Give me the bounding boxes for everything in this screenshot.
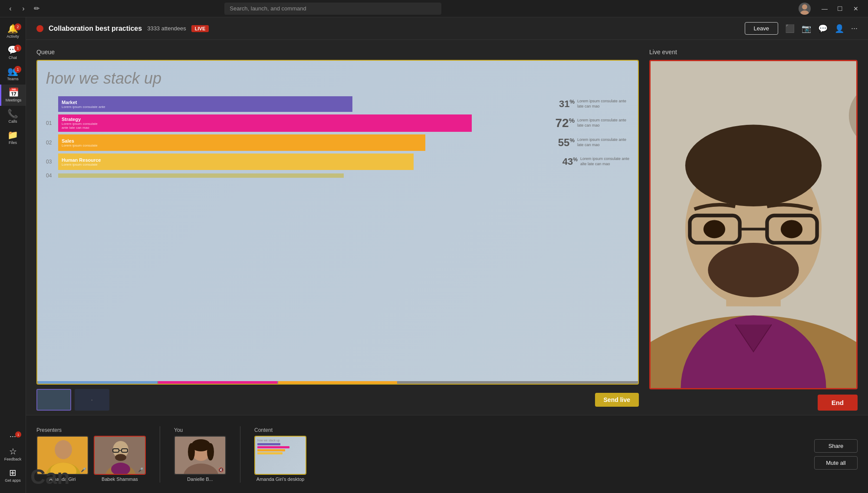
teams-badge: 1 xyxy=(14,66,21,73)
sidebar-item-get-apps[interactable]: ⊞ Get apps xyxy=(0,465,26,486)
bar-section: Human Resource Lorem ipsum consulate xyxy=(58,153,552,170)
progress-segment xyxy=(518,381,637,384)
progress-segment xyxy=(398,381,517,384)
bar-section xyxy=(58,173,629,178)
mini-bar xyxy=(257,452,283,454)
bar-partial xyxy=(58,173,344,178)
slide-content: how we stack up Market Lorem ipsum cons xyxy=(37,61,638,384)
bar-fill: Human Resource Lorem ipsum consulate xyxy=(58,153,414,170)
bar-label-text: Sales Lorem ipsum consulate xyxy=(62,138,98,147)
minimize-button[interactable]: — xyxy=(818,3,832,15)
slide-title: how we stack up xyxy=(46,69,629,88)
chart-row: 02 Sales Lorem ipsum consulate xyxy=(46,134,629,151)
main-content: Collaboration best practices 3333 attend… xyxy=(26,17,868,493)
pct-desc: Lorem ipsum consulate antealte late can … xyxy=(580,157,629,167)
more-badge: 1 xyxy=(15,431,21,437)
nav-forward-button[interactable]: › xyxy=(18,3,29,14)
get-apps-icon: ⊞ xyxy=(9,468,16,477)
chart-row: 03 Human Resource Lorem ipsum consulate xyxy=(46,153,629,170)
you-label: You xyxy=(174,427,226,433)
sidebar-item-teams[interactable]: 👥 Teams 1 xyxy=(0,63,26,85)
chart-row: 01 Strategy Lorem ipsum consulateante la… xyxy=(46,114,629,132)
share-button[interactable]: Share xyxy=(814,439,858,453)
mini-bar xyxy=(257,449,285,451)
svg-point-13 xyxy=(704,220,725,238)
meetings-icon: 📅 xyxy=(8,88,19,97)
sidebar: 🔔 Activity 2 💬 Chat 1 👥 Teams 1 📅 Meetin… xyxy=(0,17,26,493)
sidebar-item-label: Get apps xyxy=(5,478,21,483)
row-num: 04 xyxy=(46,173,55,179)
end-button[interactable]: End xyxy=(818,395,858,411)
more-options-icon[interactable]: ··· xyxy=(851,24,858,33)
sidebar-item-chat[interactable]: 💬 Chat 1 xyxy=(0,42,26,63)
content-label: Content xyxy=(254,427,306,433)
maximize-button[interactable]: ☐ xyxy=(833,3,847,15)
queue-thumbnails: ▪ Send live xyxy=(36,389,639,411)
pct-group: 72% Lorem ipsum consulate ante late can … xyxy=(552,116,630,130)
sidebar-item-files[interactable]: 📁 Files xyxy=(0,127,26,148)
live-video xyxy=(649,60,858,389)
sidebar-item-more[interactable]: ··· 1 xyxy=(0,429,26,444)
pct-value: 31% xyxy=(559,98,575,110)
sidebar-item-feedback[interactable]: ☆ Feedback xyxy=(0,444,26,465)
content-group: Content how we stack up xyxy=(254,427,306,482)
live-event-label: Live event xyxy=(649,49,858,56)
chat-icon[interactable]: 💬 xyxy=(818,24,828,33)
close-button[interactable]: ✕ xyxy=(849,3,863,15)
queue-slide: how we stack up Market Lorem ipsum cons xyxy=(36,60,639,385)
mini-slide-title: how we stack up xyxy=(257,439,303,442)
sidebar-item-label: Feedback xyxy=(4,457,22,461)
participant-tile-danielle: 🔇 Danielle B... xyxy=(174,436,226,482)
sidebar-item-meetings[interactable]: 📅 Meetings xyxy=(0,85,26,106)
slide-thumb-1[interactable] xyxy=(36,389,71,411)
window-controls: — ☐ ✕ xyxy=(818,3,863,15)
can-text: Can xyxy=(26,460,74,493)
leave-button[interactable]: Leave xyxy=(745,22,778,35)
mini-bar xyxy=(257,443,280,445)
pct-value: 72% xyxy=(556,116,575,130)
meeting-bar-actions: Leave ⬛ 📷 💬 👤 ··· xyxy=(745,22,858,35)
send-live-button[interactable]: Send live xyxy=(595,393,639,407)
bar-label-text: Human Resource Lorem ipsum consulate xyxy=(62,157,101,167)
sidebar-item-label: Activity xyxy=(7,34,19,39)
camera-icon[interactable]: 📷 xyxy=(802,24,811,33)
activity-badge: 2 xyxy=(14,23,21,30)
bar-section: Sales Lorem ipsum consulate xyxy=(58,134,548,151)
top-panels: Queue how we stack up Market xyxy=(26,40,868,415)
sidebar-item-label: Teams xyxy=(7,77,19,81)
queue-label: Queue xyxy=(36,49,639,56)
share-screen-icon[interactable]: ⬛ xyxy=(785,24,795,33)
slide-thumb-2[interactable]: ▪ xyxy=(75,389,109,411)
presenters-label: Presenters xyxy=(36,427,146,433)
sidebar-item-calls[interactable]: 📞 Calls xyxy=(0,106,26,127)
pct-desc: Lorem ipsum consulate ante late can mao xyxy=(577,99,629,109)
participants-icon[interactable]: 👤 xyxy=(835,24,844,33)
edit-button[interactable]: ✏ xyxy=(31,3,42,14)
mini-bars xyxy=(257,443,303,454)
bar-section: Strategy Lorem ipsum consulateante late … xyxy=(58,114,545,132)
bar-fill: Market Lorem ipsum consulate ante xyxy=(58,96,352,112)
send-live-area: Send live xyxy=(595,393,639,407)
bar-label-text: Strategy Lorem ipsum consulateante late … xyxy=(62,117,98,130)
files-icon: 📁 xyxy=(7,131,18,139)
meeting-bar: Collaboration best practices 3333 attend… xyxy=(26,17,868,40)
sidebar-item-activity[interactable]: 🔔 Activity 2 xyxy=(0,21,26,42)
svg-point-0 xyxy=(802,4,807,10)
mute-icon: 🎤 xyxy=(81,467,86,472)
chart-container: Market Lorem ipsum consulate ante 31% Lo… xyxy=(46,96,629,375)
attendees-count: 3333 attendees xyxy=(147,25,186,32)
sidebar-item-label: Calls xyxy=(8,119,17,124)
user-avatar[interactable] xyxy=(799,3,811,15)
mute-all-button[interactable]: Mute all xyxy=(814,456,858,470)
nav-back-button[interactable]: ‹ xyxy=(5,3,16,14)
participants-actions: Share Mute all xyxy=(814,439,858,470)
mini-bar xyxy=(257,446,289,448)
you-group: You xyxy=(174,427,226,482)
participant-video-babek: 🎤 xyxy=(94,436,146,475)
titlebar-right: — ☐ ✕ xyxy=(799,3,863,15)
bottom-participants-strip: Presenters xyxy=(26,415,868,493)
participant-tile-content: how we stack up Amanda Giri's desktop xyxy=(254,436,306,482)
participant-name: Amanda Giri's desktop xyxy=(256,477,304,482)
search-bar[interactable]: Search, launch, and command xyxy=(224,3,441,15)
calls-icon: 📞 xyxy=(7,109,18,118)
